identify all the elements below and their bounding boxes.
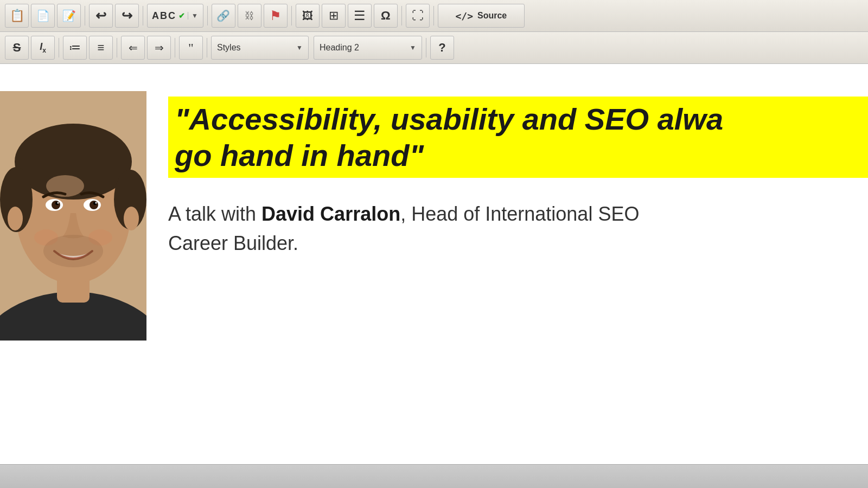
spellcheck-button[interactable]: ABC ✔ ▼ (147, 4, 203, 28)
redo-button[interactable]: ↪ (115, 4, 139, 28)
svg-point-10 (52, 201, 60, 209)
spellcheck-dropdown-arrow[interactable]: ▼ (188, 12, 199, 20)
indent-decrease-icon: ⇐ (129, 41, 138, 54)
styles-dropdown-arrow: ▼ (296, 44, 303, 52)
anchor-button[interactable]: ⚑ (264, 4, 288, 28)
help-button[interactable]: ? (430, 36, 454, 60)
paste-plain-button[interactable]: 📋 (5, 4, 29, 28)
quote-block: "Accessibility, usability and SEO alwago… (168, 97, 868, 178)
justify-button[interactable]: ☰ (348, 4, 372, 28)
toolbar-separator-2 (143, 6, 143, 25)
paste-word-icon: 📝 (62, 9, 76, 22)
paste-plain-icon: 📋 (10, 9, 24, 23)
svg-point-15 (95, 202, 97, 204)
toolbar-separator-4 (291, 6, 292, 25)
strikethrough-icon: S (13, 41, 21, 55)
toolbar-row2: S Ix ≔ ≡ ⇐ ⇒ " Styles ▼ (0, 32, 868, 63)
toolbar-separator-7 (59, 38, 59, 57)
redo-icon: ↪ (122, 8, 132, 23)
toolbar-separator-9 (175, 38, 175, 57)
justify-icon: ☰ (354, 8, 366, 23)
heading-dropdown[interactable]: Heading 2 ▼ (314, 36, 422, 60)
indent-increase-icon: ⇒ (155, 41, 164, 54)
svg-point-14 (58, 202, 59, 204)
toolbar-separator-10 (207, 38, 207, 57)
italic-clear-button[interactable]: Ix (31, 36, 55, 60)
ol-icon: ≔ (69, 41, 81, 55)
fullscreen-icon: ⛶ (412, 9, 424, 23)
indent-decrease-button[interactable]: ⇐ (121, 36, 145, 60)
fullscreen-button[interactable]: ⛶ (406, 4, 430, 28)
table-button[interactable]: ⊞ (322, 4, 346, 28)
person-photo (0, 91, 146, 341)
unlink-icon: ⛓ (245, 10, 254, 22)
table-icon: ⊞ (329, 9, 339, 23)
bottom-bar (0, 464, 868, 488)
content-text[interactable]: "Accessibility, usability and SEO alwago… (146, 91, 868, 341)
svg-point-20 (43, 235, 103, 267)
quote-content: "Accessibility, usability and SEO alwago… (175, 102, 723, 172)
undo-icon: ↩ (95, 8, 106, 23)
heading-dropdown-arrow: ▼ (410, 44, 416, 52)
editor-area[interactable]: "Accessibility, usability and SEO alwago… (0, 64, 868, 488)
source-label: Source (477, 11, 507, 21)
heading-label: Heading 2 (320, 43, 359, 53)
unordered-list-button[interactable]: ≡ (89, 36, 113, 60)
link-button[interactable]: 🔗 (212, 4, 235, 28)
editor-content: "Accessibility, usability and SEO alwago… (0, 80, 868, 351)
paste-formatted-button[interactable]: 📄 (31, 4, 55, 28)
image-button[interactable]: 🖼 (296, 4, 320, 28)
toolbar-separator-5 (401, 6, 402, 25)
styles-label: Styles (217, 43, 241, 53)
anchor-icon: ⚑ (270, 8, 282, 23)
special-char-button[interactable]: Ω (374, 4, 398, 28)
source-code-icon: </> (456, 10, 474, 22)
link-icon: 🔗 (216, 9, 230, 22)
help-icon: ? (438, 41, 445, 55)
spellcheck-check-icon: ✔ (178, 11, 186, 20)
blockquote-icon: " (188, 41, 194, 55)
toolbar-separator-3 (207, 6, 208, 25)
quote-text: "Accessibility, usability and SEO alwago… (175, 101, 861, 174)
image-icon: 🖼 (302, 10, 313, 22)
blockquote-button[interactable]: " (179, 36, 203, 60)
body-intro: A talk with (168, 203, 261, 225)
toolbar-separator-8 (117, 38, 117, 57)
undo-button[interactable]: ↩ (89, 4, 113, 28)
strikethrough-button[interactable]: S (5, 36, 29, 60)
unlink-button[interactable]: ⛓ (238, 4, 261, 28)
author-name: David Carralon (261, 203, 400, 225)
toolbar-row1: 📋 📄 📝 ↩ ↪ ABC ✔ ▼ 🔗 ⛓ (0, 0, 868, 32)
italic-clear-icon: Ix (40, 41, 46, 54)
spellcheck-label: ABC (152, 10, 176, 22)
toolbar-separator-1 (85, 6, 85, 25)
toolbar-separator-6 (433, 6, 434, 25)
ordered-list-button[interactable]: ≔ (63, 36, 87, 60)
paste-formatted-icon: 📄 (36, 9, 50, 22)
indent-increase-button[interactable]: ⇒ (147, 36, 171, 60)
svg-point-18 (8, 207, 23, 230)
ul-icon: ≡ (98, 41, 105, 55)
svg-point-11 (90, 201, 98, 209)
svg-point-19 (124, 207, 139, 230)
paste-word-button[interactable]: 📝 (57, 4, 81, 28)
toolbar-wrapper: 📋 📄 📝 ↩ ↪ ABC ✔ ▼ 🔗 ⛓ (0, 0, 868, 64)
toolbar-separator-11 (426, 38, 426, 57)
source-button[interactable]: </> Source (438, 4, 525, 28)
body-text: A talk with David Carralon, Head of Inte… (168, 200, 868, 258)
editor-page: "Accessibility, usability and SEO alwago… (0, 64, 868, 488)
styles-dropdown[interactable]: Styles ▼ (211, 36, 309, 60)
omega-icon: Ω (381, 9, 391, 23)
